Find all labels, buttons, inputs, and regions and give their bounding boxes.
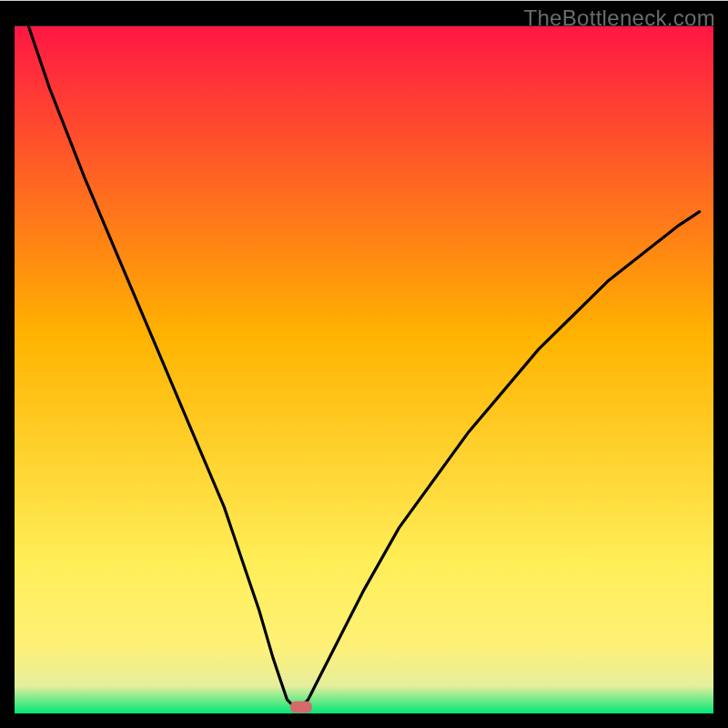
chart-container: TheBottleneck.com — [0, 0, 728, 728]
optimal-marker — [290, 701, 312, 713]
chart-background — [15, 26, 713, 713]
bottleneck-chart — [0, 0, 728, 728]
watermark-text: TheBottleneck.com — [523, 5, 715, 31]
